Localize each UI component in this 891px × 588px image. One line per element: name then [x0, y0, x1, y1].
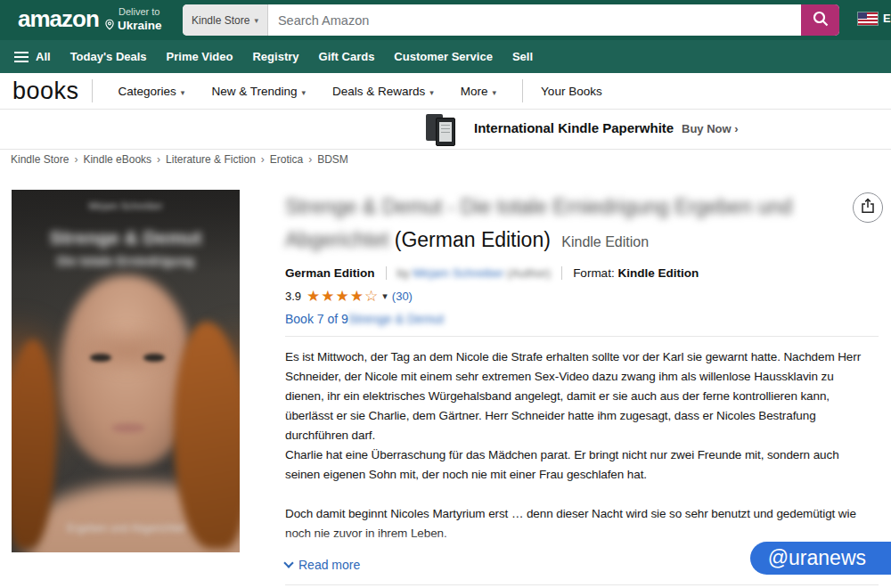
rating-row: 3.9 ★★★★ ☆ ▾ (30): [285, 287, 879, 306]
search-category-dropdown[interactable]: Kindle Store ▾: [183, 4, 268, 36]
breadcrumb-kindle-ebooks[interactable]: Kindle eBooks: [83, 153, 151, 166]
uranews-watermark: @uranews: [750, 542, 891, 575]
breadcrumb: Kindle Store › Kindle eBooks › Literatur…: [11, 153, 348, 166]
nav-customer-service[interactable]: Customer Service: [394, 50, 493, 63]
books-nav-more[interactable]: More▾: [461, 85, 496, 98]
nav-todays-deals[interactable]: Today's Deals: [70, 50, 147, 63]
series-visible: Book 7 of 9: [285, 312, 348, 326]
rating-count-link[interactable]: (30): [392, 290, 413, 303]
product-detail-section: Strenge & Demut - Die totale Erniedrigun…: [285, 191, 879, 585]
language-selector[interactable]: EN: [858, 12, 891, 25]
series-name-blurred: Strenge & Demut: [348, 312, 444, 326]
product-description: Es ist Mittwoch, der Tag an dem Nicole d…: [285, 347, 873, 558]
description-paragraph: Charlie hat eine Überraschung für das Mä…: [285, 445, 873, 485]
product-title-format: Kindle Edition: [561, 234, 649, 249]
product-title: Strenge & Demut - Die totale Erniedrigun…: [285, 191, 829, 258]
breadcrumb-literature-fiction[interactable]: Literature & Fiction: [166, 153, 256, 166]
cover-lips-art: [111, 423, 145, 433]
divider: [92, 79, 93, 102]
star-rating-icons: ★★★★: [307, 287, 364, 306]
books-nav-categories[interactable]: Categories▾: [119, 85, 185, 98]
breadcrumb-erotica[interactable]: Erotica: [270, 153, 303, 166]
breadcrumb-separator: ›: [157, 153, 160, 166]
banner-title: International Kindle Paperwhite: [474, 120, 674, 135]
product-title-blurred-line1: Strenge & Demut - Die totale Erniedrigun…: [285, 195, 792, 218]
search-icon: [812, 10, 830, 30]
divider: [386, 266, 387, 280]
rating-chevron-down-icon[interactable]: ▾: [382, 290, 388, 302]
read-more-label: Read more: [298, 558, 360, 572]
cover-author-blurred: Mirjam Schreiber: [12, 200, 240, 211]
search-category-label: Kindle Store: [192, 14, 249, 27]
format-label: Format:: [573, 266, 615, 280]
top-nav-bar: amazon Deliver to Ukraine Kindle Store ▾: [0, 0, 891, 40]
search-input[interactable]: [268, 4, 801, 36]
divider: [522, 79, 523, 102]
author-link-blurred: Mirjam Schreiber: [413, 266, 504, 280]
description-paragraph: Es ist Mittwoch, der Tag an dem Nicole d…: [285, 347, 873, 445]
chevron-down-icon: ▾: [493, 88, 497, 97]
chevron-down-icon: ▾: [429, 88, 434, 97]
chevron-down-icon: ▾: [181, 88, 185, 97]
breadcrumb-kindle-store[interactable]: Kindle Store: [11, 153, 69, 166]
books-nav-new-trending[interactable]: New & Trending▾: [211, 85, 306, 98]
kindle-device-icon: [426, 113, 463, 147]
format-value: Kindle Edition: [617, 266, 699, 280]
kindle-paperwhite-banner: International Kindle Paperwhite Buy Now …: [0, 110, 891, 150]
chevron-down-icon: ▾: [254, 16, 258, 25]
cover-freckles-art: [76, 323, 179, 377]
deliver-to-label: Deliver to: [119, 5, 162, 18]
cover-subtitle-blurred: Ergeben und Abgerichtet: [12, 522, 240, 535]
nav-registry[interactable]: Registry: [252, 50, 298, 63]
location-pin-icon: [103, 18, 116, 34]
nav-all-menu[interactable]: All: [12, 50, 51, 63]
divider: [285, 584, 879, 585]
book-cover-image[interactable]: Mirjam Schreiber Strenge & Demut Die tot…: [12, 190, 240, 552]
amazon-logo[interactable]: amazon: [18, 5, 99, 33]
product-title-blurred-word: Abgerichtet: [285, 228, 388, 251]
divider: [561, 266, 562, 280]
nav-prime-video[interactable]: Prime Video: [167, 50, 233, 63]
author-blurred[interactable]: by Mirjam Schreiber (Author): [397, 266, 552, 280]
secondary-nav-bar: All Today's Deals Prime Video Registry G…: [0, 40, 891, 73]
share-button[interactable]: [853, 192, 883, 223]
breadcrumb-separator: ›: [261, 153, 265, 166]
us-flag-icon: [858, 12, 878, 25]
edition-label: German Edition: [285, 266, 375, 280]
books-nav-deals-rewards[interactable]: Deals & Rewards▾: [332, 85, 434, 98]
nav-sell[interactable]: Sell: [512, 50, 533, 63]
books-nav-your-books[interactable]: Your Books: [541, 85, 602, 98]
product-byline: German Edition by Mirjam Schreiber (Auth…: [285, 266, 879, 280]
hamburger-icon: [14, 56, 29, 58]
deliver-to-selector[interactable]: Deliver to Ukraine: [103, 5, 162, 34]
cover-title-blurred-2: Die totale Erniedrigung: [12, 254, 240, 268]
search-bar: Kindle Store ▾: [183, 4, 839, 36]
breadcrumb-separator: ›: [74, 153, 78, 166]
series-link[interactable]: Book 7 of 9 Strenge & Demut: [285, 312, 879, 326]
language-label: EN: [883, 12, 891, 25]
rating-value: 3.9: [285, 290, 301, 303]
cover-eye-art: [90, 354, 111, 362]
breadcrumb-separator: ›: [308, 153, 312, 166]
books-nav-bar: books Categories▾ New & Trending▾ Deals …: [0, 73, 891, 110]
product-title-visible: (German Edition): [395, 228, 551, 251]
divider: [285, 336, 879, 337]
amazon-logo-text: amazon: [18, 5, 99, 32]
search-button[interactable]: [801, 4, 839, 36]
breadcrumb-bdsm[interactable]: BDSM: [317, 153, 348, 166]
cover-title-blurred-1: Strenge & Demut: [12, 227, 240, 249]
books-logo[interactable]: books: [12, 78, 79, 105]
nav-all-label: All: [36, 50, 51, 63]
deliver-location: Ukraine: [118, 20, 162, 32]
cover-eye-art: [143, 354, 165, 362]
cover-hair-strand: [174, 322, 240, 549]
buy-now-link[interactable]: Buy Now ›: [682, 122, 739, 135]
share-icon: [861, 198, 875, 217]
nav-gift-cards[interactable]: Gift Cards: [319, 50, 375, 63]
chevron-down-icon: [283, 558, 293, 568]
chevron-down-icon: ▾: [301, 88, 306, 97]
star-empty-icon: ☆: [364, 287, 378, 306]
